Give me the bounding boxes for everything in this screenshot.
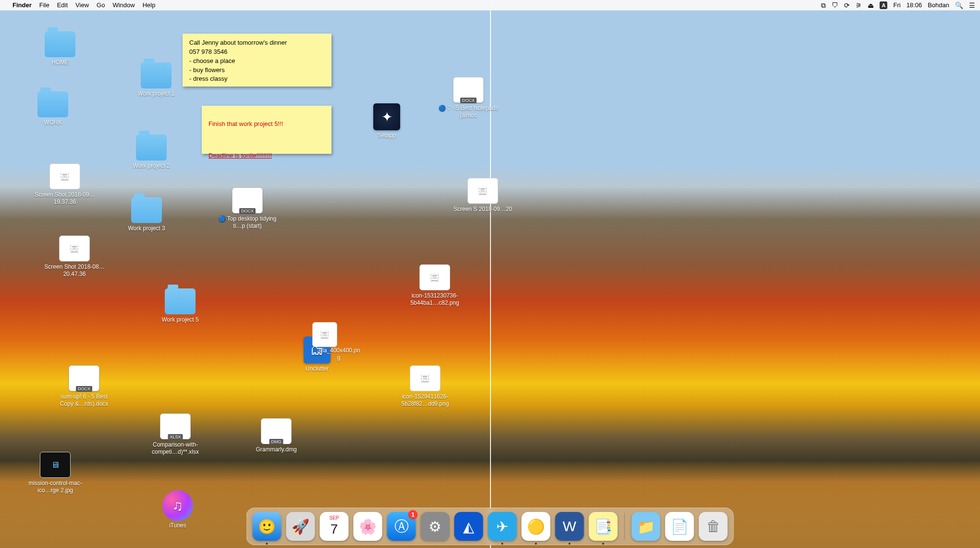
folder-icon: [141, 62, 172, 88]
folder-home[interactable]: HOME: [29, 31, 91, 66]
menu-edit[interactable]: Edit: [57, 1, 68, 9]
sticky-note-1[interactable]: Call Jenny about tomorrow's dinner 057 9…: [183, 34, 331, 87]
app-label: Setapp: [355, 132, 418, 139]
file-ext-badge: DOCX: [460, 98, 477, 103]
wifi-icon[interactable]: ⚞: [856, 2, 862, 9]
image-file-icon: 🖼: [410, 365, 441, 391]
dock-calendar[interactable]: SEP 7: [320, 512, 349, 541]
dock: 🙂 🚀 SEP 7 🌸 Ⓐ 1 ⚙ ◭ ✈ 🟡 W 📑 📁 📄 🗑: [246, 508, 734, 545]
folder-icon: [165, 288, 196, 314]
file-docx-desktop-tidying[interactable]: DOCX 🔵 Top desktop tidying ti…p (start): [216, 187, 279, 230]
dock-word[interactable]: W: [555, 512, 584, 541]
menu-file[interactable]: File: [39, 1, 49, 9]
appstore-badge: 1: [408, 510, 418, 520]
file-xlsx-comparison[interactable]: XLSX Comparison-with-competi…d)**.xlsx: [144, 413, 207, 456]
folder-label: Work project 5: [149, 316, 211, 324]
file-label: Screen S 2018-09…20: [452, 206, 514, 213]
menu-view[interactable]: View: [75, 1, 89, 9]
file-ext-badge: XLSX: [168, 434, 183, 440]
file-label: Screen Shot 2018-08…20.47.36: [43, 263, 106, 278]
image-file-icon: 🖼: [312, 322, 337, 347]
sticky-note-2-line2: Deadline is tonite!!!!!!!!!: [208, 151, 325, 161]
docx-file-icon: DOCX: [453, 77, 484, 103]
docx-file-icon: DOCX: [69, 365, 99, 391]
file-screenshot-2[interactable]: 🖼 Screen Shot 2018-08…20.47.36: [43, 236, 106, 278]
folder-label: Work project 1: [125, 90, 187, 98]
folder-label: WORK: [22, 119, 84, 126]
file-dmg-grammarly[interactable]: DMG Grammarly.dmg: [245, 418, 307, 453]
folder-work-project-1[interactable]: Work project 1: [125, 62, 187, 98]
app-label: Unclutter: [286, 365, 348, 373]
file-docx-sumup[interactable]: DOCX sum-up! 6 - 5 Best Copy &…rds).docx: [53, 365, 115, 408]
dock-finder[interactable]: 🙂: [253, 512, 282, 541]
image-file-icon: 🖼: [49, 163, 80, 189]
dock-telegram[interactable]: ✈: [488, 512, 517, 541]
file-screenshot-1[interactable]: 🖼 Screen Shot 2018-09…19.37.36: [34, 163, 96, 206]
image-file-icon: 🖥: [40, 452, 71, 478]
dock-system-preferences[interactable]: ⚙: [421, 512, 450, 541]
folder-work-project-2[interactable]: Work project 2: [120, 135, 183, 170]
file-label: Screen Shot 2018-09…19.37.36: [34, 191, 96, 206]
folder-work-project-5[interactable]: Work project 5: [149, 288, 211, 324]
dock-separator: [625, 513, 625, 540]
file-screenshot-3[interactable]: 🖼 Screen S 2018-09…20: [452, 178, 514, 213]
active-app-name[interactable]: Finder: [12, 1, 32, 9]
input-source-badge[interactable]: A: [880, 1, 887, 9]
dock-appstore[interactable]: Ⓐ 1: [387, 512, 416, 541]
file-jpg-mission-control[interactable]: 🖥 mission-control-mac-ico…rge 2.jpg: [24, 452, 86, 494]
spotlight-icon[interactable]: 🔍: [955, 2, 963, 9]
file-label: sum-up! 6 - 5 Best Copy &…rds).docx: [53, 393, 115, 408]
file-png-icon1[interactable]: 🖼 icon-1531230736-5b44ba1…c82.png: [404, 264, 466, 307]
sticky-note-2-line1: Finish that work project 5!!!: [208, 120, 325, 129]
folder-work[interactable]: WORK: [22, 91, 84, 126]
dock-folder-documents[interactable]: 📄: [665, 512, 694, 541]
dock-chrome[interactable]: 🟡: [522, 512, 551, 541]
menu-window[interactable]: Window: [112, 1, 135, 9]
image-file-icon: 🖼: [59, 236, 90, 262]
file-label: mission-control-mac-ico…rge 2.jpg: [24, 480, 86, 494]
eject-icon[interactable]: ⏏: [868, 2, 874, 9]
dropbox-icon[interactable]: ⧉: [821, 2, 826, 9]
dock-trash[interactable]: 🗑: [699, 512, 728, 541]
dock-launchpad[interactable]: 🚀: [286, 512, 315, 541]
image-file-icon: 🖼: [419, 264, 450, 290]
sticky-note-2[interactable]: Finish that work project 5!!! Deadline i…: [202, 106, 331, 154]
shield-icon[interactable]: ⛉: [832, 2, 838, 9]
file-label: icon-1529411626-5b28f82…dd9.png: [394, 393, 456, 408]
itunes-icon: ♫: [162, 490, 193, 521]
folder-label: Work project 3: [115, 225, 178, 232]
dock-stickies[interactable]: 📑: [589, 512, 618, 541]
dock-photos[interactable]: 🌸: [354, 512, 382, 541]
app-label: iTunes: [159, 522, 197, 529]
app-itunes[interactable]: ♫ iTunes: [159, 490, 197, 529]
dmg-file-icon: DMG: [261, 418, 292, 444]
app-setapp[interactable]: ✦ Setapp: [355, 103, 418, 139]
menu-go[interactable]: Go: [97, 1, 105, 9]
menubar-time[interactable]: 18:06: [906, 1, 922, 9]
folder-work-project-3[interactable]: Work project 3: [115, 197, 178, 232]
image-file-icon: 🖼: [467, 178, 498, 204]
file-label: Grammarly.dmg: [245, 446, 307, 453]
dock-folder-apps[interactable]: 📁: [632, 512, 661, 541]
file-docx-notepads[interactable]: DOCX 🔵 7 - 5 Best Notepads (almos: [437, 77, 500, 119]
setapp-icon: ✦: [373, 103, 400, 130]
file-png-icon2[interactable]: 🖼 icon-1529411626-5b28f82…dd9.png: [394, 365, 456, 408]
file-ext-badge: DOCX: [239, 208, 256, 214]
folder-icon: [37, 91, 68, 117]
file-ext-badge: DMG: [270, 439, 283, 445]
file-label: icon-1531230736-5b44ba1…c82.png: [404, 292, 466, 307]
dock-acronis[interactable]: ◭: [454, 512, 483, 541]
menu-help[interactable]: Help: [143, 1, 156, 9]
sync-icon[interactable]: ⟳: [844, 2, 850, 9]
menu-bar: Finder File Edit View Go Window Help ⧉ ⛉…: [0, 0, 980, 11]
folder-icon: [131, 197, 162, 223]
notification-icon[interactable]: ☰: [969, 2, 975, 9]
calendar-month: SEP: [329, 516, 339, 521]
folder-label: HOME: [29, 59, 91, 66]
folder-label: Work project 2: [120, 162, 183, 170]
menubar-user[interactable]: Bohdan: [928, 1, 949, 9]
menubar-day[interactable]: Fri: [893, 1, 900, 9]
app-unclutter[interactable]: 🗂 🖼 38a_400x400.png Unclutter: [286, 336, 348, 373]
file-label: 38a_400x400.png: [315, 347, 363, 361]
calendar-day: 7: [331, 522, 338, 537]
